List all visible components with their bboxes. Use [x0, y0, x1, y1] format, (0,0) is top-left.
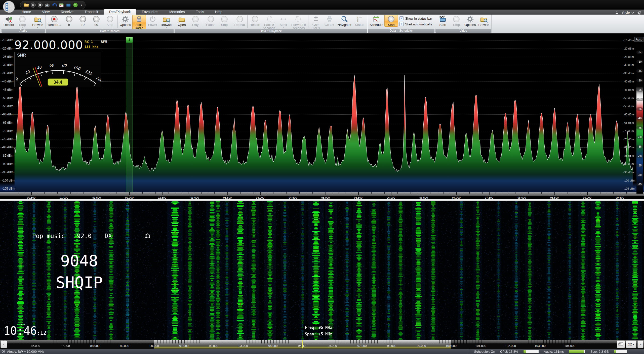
band-frequency-label: 86.000	[31, 344, 40, 348]
ribbon-button-open[interactable]: Open	[175, 15, 189, 27]
ribbon-button-stop[interactable]: Stop▾	[16, 15, 29, 29]
scale-scroll-left-button[interactable]: «	[1, 340, 7, 348]
ribbon-button-label: Repeat	[234, 23, 245, 26]
spectrum-frequency-label: 97.500	[485, 196, 493, 199]
scale-scroll-right-button[interactable]: »	[637, 340, 643, 348]
ribbon-button-label: Forward 5 seconds	[291, 23, 306, 30]
ribbon-button-power[interactable]: Power	[146, 15, 159, 27]
tuning-band[interactable]	[126, 37, 133, 199]
frequency-tick	[319, 192, 319, 194]
ribbon-button-seek[interactable]: Seek▾	[276, 15, 290, 29]
ribbon-button-center[interactable]: Center	[323, 15, 336, 27]
ribbon-button-repeat[interactable]: Repeat	[233, 15, 247, 27]
spectrum-frequency-labels[interactable]: 90.50091.00091.50092.00092.50093.00093.5…	[0, 196, 644, 199]
ribbon-button-stop[interactable]: Stop	[103, 15, 117, 27]
spectrum-frequency-ticks[interactable]	[0, 192, 644, 196]
sphere-icon[interactable]	[73, 2, 78, 8]
frequency-tick	[522, 192, 522, 195]
ribbon-button-browse[interactable]: Browse▾	[159, 15, 173, 29]
tab-tools[interactable]: Tools	[190, 9, 210, 15]
ribbon-button-browse[interactable]: Browse▾	[31, 15, 45, 29]
pause-circle-icon	[207, 15, 215, 23]
app-button[interactable]	[3, 1, 15, 13]
ribbon-button-options[interactable]: Options	[463, 15, 477, 27]
frequency-tick	[208, 192, 208, 194]
spectrum-scrollbar[interactable]	[0, 199, 644, 201]
band-frequency-scale[interactable]: 86.00087.00088.00089.00090.00091.00092.0…	[0, 340, 644, 349]
center-icon	[326, 15, 334, 23]
frequency-readout[interactable]: 92.000.000	[14, 38, 83, 52]
ribbon-button-stop[interactable]: Stop	[450, 15, 463, 27]
ribbon-button-options[interactable]: Options	[118, 15, 132, 27]
ribbon-button-play[interactable]: Play	[189, 15, 202, 27]
ribbon-button-restart[interactable]: Restart	[248, 15, 262, 27]
dbm-label-left: -65 dBm	[2, 121, 13, 124]
spectrum-frequency-label: 95.000	[321, 196, 330, 199]
ribbon-button-label: Stop	[221, 23, 228, 26]
ribbon-button-schedule[interactable]: Schedule	[368, 15, 384, 27]
ribbon-button-browse[interactable]: Browse	[477, 15, 491, 27]
tab-receive[interactable]: Receive	[55, 9, 79, 15]
ribbon-button-forward-5[interactable]: Forward 5 seconds	[290, 15, 307, 30]
frequency-tick	[240, 192, 241, 194]
ribbon-button-record[interactable]: Record	[2, 15, 16, 27]
tab-home[interactable]: Home	[16, 9, 36, 15]
ribbon-button-90[interactable]: 90	[90, 15, 103, 27]
tab-favourites[interactable]: Favourites	[136, 9, 164, 15]
ribbon-button-status[interactable]: Status	[353, 15, 366, 27]
ribbon-button-navigator[interactable]: Navigator	[336, 15, 353, 27]
frequency-tick	[437, 192, 437, 194]
stop-icon[interactable]	[37, 2, 43, 8]
ribbon-button-5[interactable]: 5	[62, 15, 76, 27]
zoom-x2-button[interactable]: x2 ▸	[626, 340, 636, 348]
schedule-icon[interactable]	[59, 2, 64, 8]
restart-circle-icon	[251, 15, 259, 23]
video-icon[interactable]	[66, 2, 71, 8]
ribbon-button-lock[interactable]: Lock Radio	[132, 15, 146, 30]
ribbon-button-start[interactable]: Start	[436, 15, 450, 27]
rec-white-icon	[79, 15, 87, 23]
palette-auto-button[interactable]: Auto	[634, 37, 643, 42]
checkbox-show-in-status-bar[interactable]: ✓Show in status bar	[399, 16, 432, 20]
ribbon-button-stop[interactable]: Stop	[218, 15, 231, 27]
ribbon-button-record-[interactable]: Record...	[47, 15, 62, 27]
thumbs-up-icon[interactable]	[123, 225, 152, 248]
spectrum-frequency-label: 94.500	[289, 196, 297, 199]
tab-help[interactable]: Help	[210, 9, 228, 15]
ribbon-button-label: Power	[148, 23, 157, 26]
frequency-tick	[38, 192, 38, 194]
ribbon-button-start[interactable]: Start	[384, 15, 398, 27]
rx-label: RX 1	[85, 40, 93, 44]
spectrum-display[interactable]: -15 dBm-20 dBm-25 dBm-30 dBm-35 dBm-40 d…	[0, 34, 644, 201]
stop-circle-icon	[18, 15, 26, 23]
rx-marker-flag[interactable]: 1	[126, 37, 133, 43]
keyboard-entry-button[interactable]	[617, 340, 625, 348]
tab-view[interactable]: View	[36, 9, 55, 15]
checkbox-start-automatically[interactable]: ✓Start automatically	[399, 22, 432, 26]
ribbon-button-label: Start	[439, 23, 446, 26]
tab-memories[interactable]: Memories	[164, 9, 190, 15]
tab-rec-playback[interactable]: Rec/Playback	[104, 9, 136, 15]
ribbon-button-10[interactable]: 10	[76, 15, 90, 27]
undo-icon[interactable]	[52, 2, 57, 8]
ribbon-separator	[117, 15, 118, 28]
size-status: Size: 2.3 GB	[590, 350, 609, 353]
svg-text:40: 40	[36, 65, 43, 71]
audio-status: Audio: 161ms	[544, 350, 564, 353]
frequency-tick	[574, 192, 574, 194]
play-icon[interactable]	[30, 2, 36, 8]
dbm-label-left: -100 dBm	[2, 179, 15, 182]
style-menu-button[interactable]: Style	[622, 11, 634, 15]
waterfall-palette-scale[interactable]: -5-10-15-20-25-30-35-40-45-50-55-60-65-7…	[636, 43, 643, 194]
tab-transmit[interactable]: Transmit	[79, 9, 104, 15]
ribbon-button-gain[interactable]: Gain 0 dB▾	[309, 15, 323, 30]
frequency-tick	[162, 192, 163, 195]
ribbon-button-back-5[interactable]: Back 5 seconds	[262, 15, 276, 30]
camera-icon[interactable]	[45, 2, 50, 8]
ribbon-button-pause[interactable]: Pause	[204, 15, 218, 27]
band-frequency-label: 100.000	[446, 344, 456, 348]
open-file-icon[interactable]	[23, 2, 29, 8]
qat-customize-arrow[interactable]: ▾	[81, 4, 82, 7]
frequency-tick	[299, 192, 300, 194]
checkbox-label: Show in status bar	[405, 17, 432, 20]
